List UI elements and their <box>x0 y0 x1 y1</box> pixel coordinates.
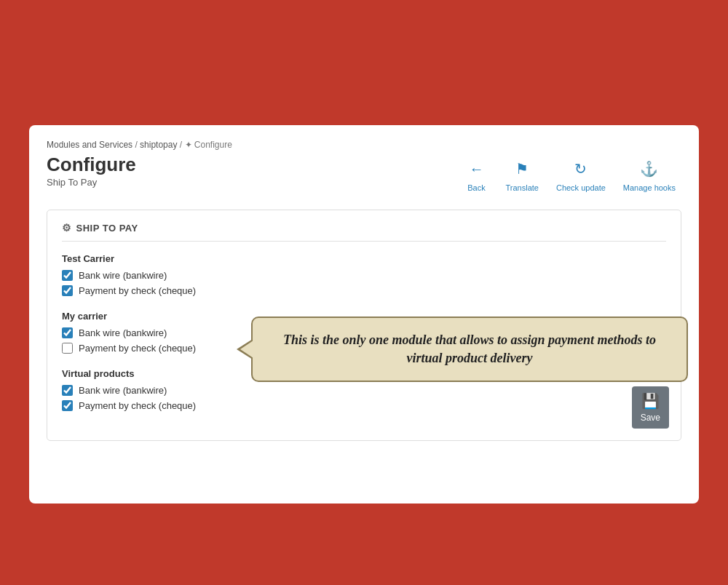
page-subtitle: Ship To Pay <box>47 177 136 188</box>
payment-method-checkbox[interactable] <box>62 327 73 338</box>
checkbox-row: Payment by check (cheque) <box>62 400 666 411</box>
config-panel: ⚙ SHIP TO PAY Test CarrierBank wire (ban… <box>47 210 681 441</box>
check-update-label: Check update <box>556 183 606 192</box>
anchor-icon: ⚓ <box>638 157 661 180</box>
payment-method-label[interactable]: Bank wire (bankwire) <box>79 385 167 396</box>
payment-method-label[interactable]: Payment by check (cheque) <box>79 343 196 354</box>
checkbox-row: Bank wire (bankwire) <box>62 270 666 281</box>
flag-icon: ⚑ <box>510 157 534 180</box>
back-button[interactable]: ← Back <box>459 154 494 195</box>
payment-method-checkbox[interactable] <box>62 285 73 296</box>
tooltip-right: This is the only one module that allows … <box>251 317 688 382</box>
save-button-container: 💾 Save <box>632 386 669 429</box>
save-button[interactable]: 💾 Save <box>632 386 669 429</box>
payment-method-checkbox[interactable] <box>62 343 73 354</box>
back-label: Back <box>467 183 485 192</box>
breadcrumb-sep2: / <box>180 140 182 150</box>
panel-header: ⚙ SHIP TO PAY <box>62 222 666 242</box>
breadcrumb-sep1: / <box>135 140 137 150</box>
panel-title: SHIP TO PAY <box>76 223 138 234</box>
header-row: Configure Ship To Pay ← Back ⚑ Translate… <box>47 154 681 195</box>
payment-method-label[interactable]: Bank wire (bankwire) <box>79 270 167 281</box>
breadcrumb-configure: ✦ Configure <box>185 140 232 150</box>
translate-label: Translate <box>505 183 538 192</box>
check-update-button[interactable]: ↻ Check update <box>550 154 612 195</box>
translate-button[interactable]: ⚑ Translate <box>499 154 544 195</box>
page-title-block: Configure Ship To Pay <box>47 154 136 188</box>
manage-hooks-button[interactable]: ⚓ Manage hooks <box>617 154 681 195</box>
action-buttons: ← Back ⚑ Translate ↻ Check update ⚓ Mana… <box>459 154 681 195</box>
carrier-section-0: Test CarrierBank wire (bankwire)Payment … <box>62 253 666 296</box>
payment-method-label[interactable]: Payment by check (cheque) <box>79 400 196 411</box>
checkbox-row: Bank wire (bankwire) <box>62 385 666 396</box>
main-panel: Modules and Services / shiptopay / ✦ Con… <box>29 125 699 504</box>
floppy-icon: 💾 <box>641 392 660 410</box>
back-icon: ← <box>464 157 488 180</box>
breadcrumb-modules[interactable]: Modules and Services <box>47 140 132 150</box>
refresh-icon: ↻ <box>569 157 593 180</box>
page-title: Configure <box>47 154 136 175</box>
carrier-name-0: Test Carrier <box>62 253 666 264</box>
save-label: Save <box>641 413 660 423</box>
payment-method-checkbox[interactable] <box>62 270 73 281</box>
payment-method-label[interactable]: Bank wire (bankwire) <box>79 327 167 338</box>
tooltip-right-text: This is the only one module that allows … <box>270 331 669 367</box>
payment-method-checkbox[interactable] <box>62 400 73 411</box>
gear-icon: ⚙ <box>62 222 72 234</box>
payment-method-checkbox[interactable] <box>62 385 73 396</box>
manage-hooks-label: Manage hooks <box>623 183 676 192</box>
payment-method-label[interactable]: Payment by check (cheque) <box>79 285 196 296</box>
breadcrumb-shiptopay[interactable]: shiptopay <box>140 140 177 150</box>
breadcrumb: Modules and Services / shiptopay / ✦ Con… <box>47 140 681 150</box>
checkbox-row: Payment by check (cheque) <box>62 285 666 296</box>
